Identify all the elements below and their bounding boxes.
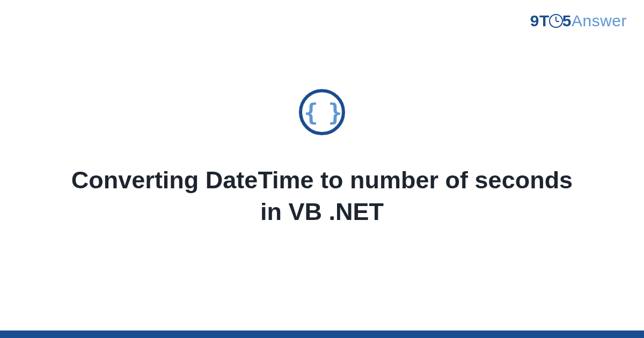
braces-icon: { } xyxy=(304,99,340,126)
footer-bar xyxy=(0,330,644,338)
code-badge: { } xyxy=(299,89,345,135)
page-title: Converting DateTime to number of seconds… xyxy=(67,165,577,227)
main-content: { } Converting DateTime to number of sec… xyxy=(0,0,644,338)
